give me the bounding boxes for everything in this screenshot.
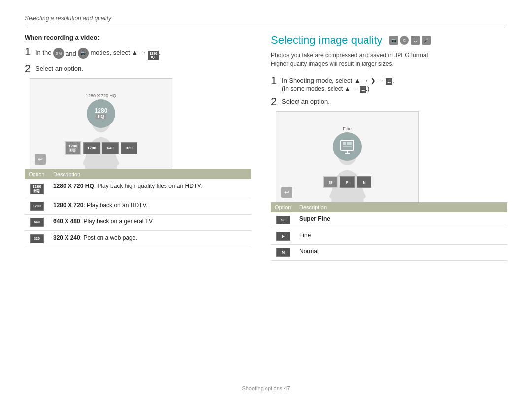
- superfine-icon: SF: [323, 176, 338, 188]
- bottom-icons-row-right: SF F N: [323, 176, 371, 188]
- grid-icon: ☷: [411, 36, 420, 45]
- left-camera-box: 1280 X 720 HQ 1280 HQ 1280 HQ 1280 640 3…: [30, 78, 172, 169]
- page-footer: Shooting options 47: [0, 385, 532, 391]
- row3-icon: 640: [30, 218, 44, 227]
- step1-num: 1: [25, 46, 33, 57]
- table-row: 320 320 X 240: Post on a web page.: [25, 230, 251, 247]
- row3-bold: 640 X 480: [53, 218, 80, 225]
- row3-desc: : Play back on a general TV.: [80, 218, 154, 225]
- icon-1280hq: 1280 HQ: [65, 141, 81, 155]
- quality-svg: [340, 139, 355, 154]
- svg-rect-6: [341, 140, 354, 150]
- sf-label: Super Fine: [299, 216, 330, 222]
- svg-rect-8: [347, 142, 352, 145]
- n-label: Normal: [299, 248, 319, 255]
- icon-320: 320: [121, 142, 137, 154]
- row4-desc: : Post on a web page.: [80, 234, 137, 241]
- right-column: Selecting image quality 📷 C ☷ 🎤 Photos y…: [271, 34, 507, 261]
- row1-desc: : Play back high-quality files on an HDT…: [94, 183, 202, 189]
- right-step1-text: In Shooting mode, select ▲ → ❯ → ☷. (In …: [282, 75, 394, 93]
- step2-text: Select an option.: [35, 63, 83, 72]
- row1-bold: 1280 X 720 HQ: [53, 183, 94, 189]
- camera-center: 1280 X 720 HQ 1280 HQ: [86, 93, 116, 128]
- row2-desc: : Play back on an HDTV.: [83, 202, 147, 209]
- table-row: SF Super Fine: [271, 212, 507, 228]
- camera-icon: 📷: [389, 36, 398, 45]
- circle-icon: C: [400, 36, 409, 45]
- normal-icon: N: [357, 176, 371, 188]
- when-recording-heading: When recording a video:: [25, 34, 251, 41]
- step1-text: In the SM and 📷 modes, select ▲ → 1280HQ…: [35, 46, 161, 60]
- svg-rect-7: [343, 142, 346, 145]
- table-row: 1280 HQ 1280 X 720 HQ: Play back high-qu…: [25, 179, 251, 198]
- right-step2: 2 Select an option.: [271, 96, 507, 107]
- f-icon: F: [276, 232, 290, 241]
- svg-rect-9: [343, 146, 352, 147]
- table-row: N Normal: [271, 245, 507, 261]
- right-option-table: Option Description SF Super Fine F Fine …: [271, 202, 507, 261]
- left-column: When recording a video: 1 In the SM and …: [25, 34, 251, 261]
- bottom-icons-row-left: 1280 HQ 1280 640 320: [65, 141, 137, 155]
- row2-icon: 1280: [30, 202, 44, 211]
- right-step2-num: 2: [271, 96, 279, 107]
- fine-label: Fine: [343, 126, 352, 131]
- back-arrow-left: ↩: [35, 154, 46, 165]
- right-title-row: Selecting image quality 📷 C ☷ 🎤: [271, 34, 507, 47]
- big-quality-icon: [333, 132, 362, 161]
- table-row: 1280 1280 X 720: Play back on an HDTV.: [25, 198, 251, 214]
- table-row: F Fine: [271, 228, 507, 245]
- icon-640: 640: [102, 142, 119, 154]
- left-step1: 1 In the SM and 📷 modes, select ▲ → 1280…: [25, 46, 251, 60]
- right-col-option: Option: [271, 202, 296, 212]
- col-option-left: Option: [25, 169, 49, 179]
- right-step1: 1 In Shooting mode, select ▲ → ❯ → ☷. (I…: [271, 75, 507, 93]
- right-col-desc: Description: [296, 202, 507, 212]
- table-row: 640 640 X 480: Play back on a general TV…: [25, 214, 251, 230]
- right-desc: Photos you take are compressed and saved…: [271, 51, 507, 68]
- big-res-icon: 1280 HQ: [87, 99, 115, 128]
- icon-label: 1280 X 720 HQ: [86, 93, 116, 98]
- footer-text: Shooting options 47: [242, 385, 290, 391]
- breadcrumb: Selecting a resolution and quality: [25, 15, 507, 25]
- right-title-text: Selecting image quality: [271, 34, 382, 47]
- step2-num: 2: [25, 63, 33, 74]
- right-camera-box: Fine SF F: [276, 111, 419, 202]
- title-icons: 📷 C ☷ 🎤: [389, 36, 431, 45]
- right-camera-center: Fine: [333, 126, 362, 161]
- row2-bold: 1280 X 720: [53, 202, 83, 209]
- left-step2: 2 Select an option.: [25, 63, 251, 74]
- page: Selecting a resolution and quality When …: [0, 0, 532, 401]
- desc-line1: Photos you take are compressed and saved…: [271, 52, 430, 59]
- fine-icon: F: [340, 176, 355, 188]
- sf-icon: SF: [276, 216, 290, 224]
- back-arrow-right: ↩: [281, 187, 292, 198]
- row1-icon: 1280 HQ: [30, 184, 44, 194]
- desc-line2: Higher quality images will result in lar…: [271, 61, 394, 67]
- col-desc-left: Description: [49, 169, 251, 179]
- n-icon: N: [276, 248, 290, 257]
- left-option-table: Option Description 1280 HQ 1280 X 720 HQ…: [25, 169, 251, 247]
- right-step1-num: 1: [271, 75, 279, 86]
- row4-bold: 320 X 240: [53, 234, 80, 241]
- right-step2-text: Select an option.: [282, 96, 330, 105]
- f-label: Fine: [299, 232, 311, 239]
- icon-1280: 1280: [83, 142, 100, 154]
- row4-icon: 320: [30, 234, 44, 243]
- mic-icon: 🎤: [422, 36, 431, 45]
